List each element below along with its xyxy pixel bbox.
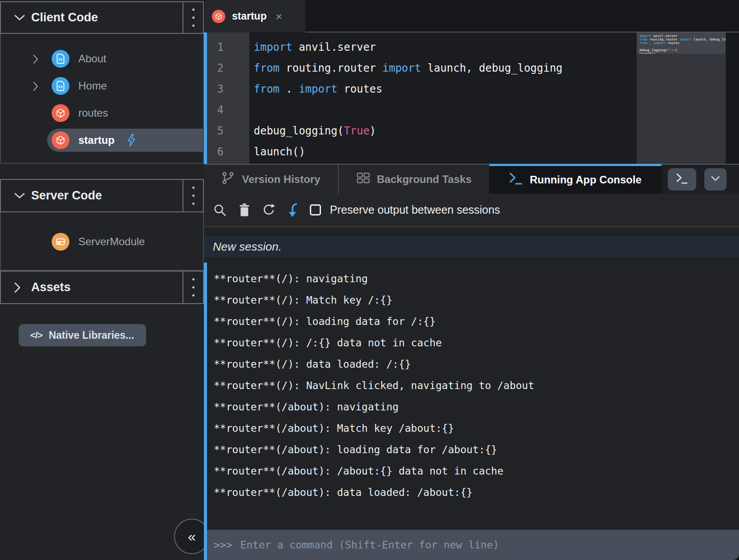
chevron-right-icon: [14, 282, 26, 293]
native-libraries-button[interactable]: </> Native Libraries...: [19, 324, 146, 346]
console-output: **router**(/): navigating**router**(/): …: [204, 257, 739, 530]
server-code-list: ServerModule: [0, 212, 204, 271]
console-line: **router**(/): data loaded: /:{}: [214, 353, 739, 375]
console-line: **router**(/about): data loaded: /about:…: [214, 482, 739, 503]
assets-area: </> Native Libraries...: [0, 304, 204, 346]
console-input-bar[interactable]: >>>: [204, 530, 739, 560]
code-tag-icon: </>: [30, 330, 42, 341]
console-line: **router**(/): NavLink clicked, navigati…: [214, 375, 739, 396]
module-icon: [52, 131, 69, 149]
server-icon: [52, 233, 69, 251]
form-icon: [52, 50, 69, 68]
sidebar-item-home[interactable]: Home: [47, 74, 203, 97]
open-terminal-button[interactable]: [668, 168, 696, 191]
tab-label: startup: [232, 10, 267, 22]
console-line: **router**(/): navigating: [214, 268, 739, 289]
collapse-panel-button[interactable]: [704, 168, 727, 191]
session-banner: New session.: [204, 236, 739, 257]
scroll-to-bottom-icon[interactable]: [287, 203, 299, 218]
close-icon[interactable]: ×: [276, 11, 282, 22]
editor-scroll-gutter: [726, 32, 739, 164]
chevron-right-icon[interactable]: [33, 81, 38, 93]
code-editor[interactable]: 123456 import anvil.serverfrom routing.r…: [204, 32, 739, 164]
line-numbers: 123456: [207, 32, 249, 164]
tab-background-tasks[interactable]: Background Tasks: [339, 164, 489, 194]
minimap-code: import anvil.serverfrom routing.router i…: [637, 32, 726, 54]
tab-startup[interactable]: startup ×: [205, 0, 305, 32]
native-libraries-label: Native Libraries...: [49, 329, 134, 341]
console-line: **router**(/): /:{} data not in cache: [214, 332, 739, 353]
tasks-icon: [357, 172, 370, 187]
sidebar-item-label: About: [78, 53, 106, 65]
console-toolbar: Preserve output between sessions: [204, 194, 739, 227]
sidebar-item-label: routes: [78, 107, 108, 119]
collapse-icon: «: [188, 528, 196, 545]
tab-label: Running App Console: [530, 174, 642, 186]
server-code-header[interactable]: Server Code: [0, 179, 204, 212]
assets-title: Assets: [31, 280, 183, 294]
chevron-down-icon: [14, 15, 26, 21]
tab-version-history[interactable]: Version History: [204, 164, 339, 194]
sidebar-item-about[interactable]: About: [47, 47, 203, 70]
main-area: startup × 123456 import anvil.serverfrom…: [204, 0, 739, 560]
tab-running-app-console[interactable]: Running App Console: [489, 164, 662, 194]
console-accent-bar: [204, 263, 207, 560]
tab-label: Version History: [242, 173, 320, 186]
preserve-output-label: Preserve output between sessions: [330, 203, 500, 216]
sidebar-item-routes[interactable]: routes: [47, 101, 203, 125]
form-icon: [52, 77, 69, 95]
sidebar-item-label: ServerModule: [78, 235, 145, 248]
client-code-menu-button[interactable]: [183, 2, 203, 33]
collapse-sidebar-button[interactable]: «: [174, 519, 204, 554]
editor-accent-bar: [204, 32, 207, 164]
assets-header[interactable]: Assets: [0, 271, 204, 304]
sidebar-item-label: startup: [78, 134, 114, 146]
code-lines[interactable]: import anvil.serverfrom routing.router i…: [254, 37, 637, 164]
terminal-icon: [676, 173, 688, 185]
command-input[interactable]: [240, 539, 739, 551]
console-line: **router**(/): loading data for /:{}: [214, 311, 739, 332]
trash-icon[interactable]: [238, 203, 251, 217]
tab-label: Background Tasks: [377, 173, 472, 186]
startup-lightning-icon: [126, 134, 137, 147]
module-icon: [52, 104, 69, 122]
server-code-title: Server Code: [31, 189, 183, 203]
chevron-right-icon[interactable]: [33, 54, 38, 66]
sidebar-item-startup[interactable]: startup: [47, 129, 203, 152]
chevron-down-icon: [14, 193, 26, 199]
branch-icon: [221, 171, 235, 187]
console-line: **router**(/about): Match key /about:{}: [214, 418, 739, 439]
console-line: **router**(/about): navigating: [214, 396, 739, 418]
client-code-list: About Home routes: [0, 34, 204, 164]
search-icon[interactable]: [213, 203, 227, 217]
refresh-icon[interactable]: [262, 203, 276, 217]
sidebar-item-servermodule[interactable]: ServerModule: [47, 230, 203, 253]
sidebar-item-label: Home: [78, 80, 107, 92]
panel-actions: [662, 164, 739, 194]
minimap[interactable]: import anvil.serverfrom routing.router i…: [637, 32, 726, 164]
editor-tab-strip: startup ×: [204, 0, 739, 32]
sidebar: Client Code About: [0, 0, 204, 560]
server-code-menu-button[interactable]: [183, 180, 203, 211]
running-app-console: New session. **router**(/): navigating**…: [204, 227, 739, 560]
console-line: **router**(/): Match key /:{}: [214, 289, 739, 311]
sidebar-gap: [0, 164, 204, 179]
module-icon: [212, 10, 225, 23]
chevron-down-icon: [711, 176, 720, 183]
preserve-output-checkbox[interactable]: [310, 204, 321, 215]
prompt-label: >>>: [214, 539, 232, 551]
assets-menu-button[interactable]: [183, 272, 203, 303]
client-code-title: Client Code: [31, 11, 183, 24]
console-line: **router**(/about): /about:{} data not i…: [214, 460, 739, 482]
client-code-header[interactable]: Client Code: [0, 1, 204, 34]
terminal-icon: [509, 172, 523, 187]
bottom-panel-tabs: Version History Background Tasks Running…: [204, 164, 739, 194]
console-line: **router**(/about): loading data for /ab…: [214, 439, 739, 460]
